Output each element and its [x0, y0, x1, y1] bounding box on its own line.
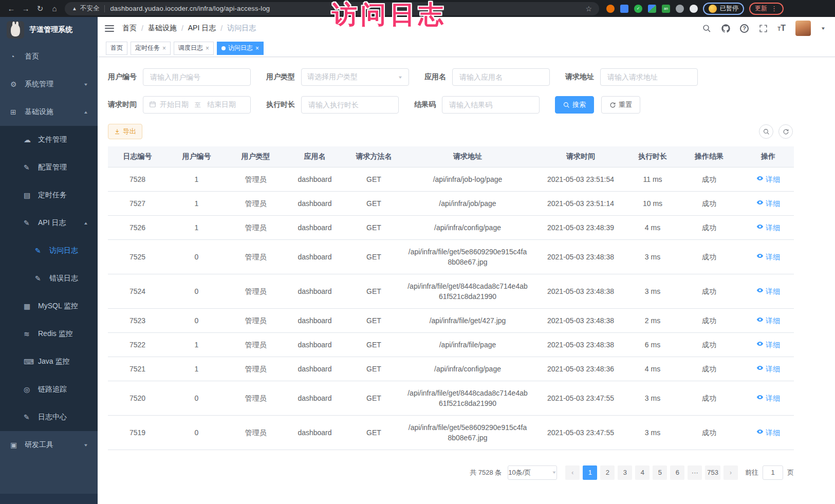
chrome-menu-icon[interactable]: ⋮	[771, 5, 778, 12]
tab-item[interactable]: 首页	[106, 42, 127, 55]
extension-icon-puzzle[interactable]	[690, 5, 698, 13]
app-name-input[interactable]	[458, 72, 544, 82]
redis-monitor-icon: ≋	[24, 330, 35, 338]
extension-icon-green-check[interactable]: ✓	[634, 5, 642, 13]
collapse-sidebar-icon[interactable]	[105, 25, 114, 32]
cell-request-url: /api/infra/job/page	[403, 191, 532, 215]
reset-button[interactable]: 重置	[601, 96, 640, 114]
filter-duration: 执行时长	[266, 96, 399, 114]
refresh-circle-button[interactable]	[778, 124, 793, 139]
tab-item[interactable]: 定时任务×	[131, 42, 171, 55]
detail-link[interactable]: 详细	[756, 340, 780, 350]
chrome-update-pill[interactable]: 更新 ⋮	[749, 3, 784, 15]
user-avatar[interactable]	[795, 21, 811, 36]
prev-page-button[interactable]: ‹	[565, 465, 580, 480]
page-number-button[interactable]: 2	[600, 465, 615, 480]
page-number-button[interactable]: 753	[705, 465, 720, 480]
security-warning-icon[interactable]: ▲	[72, 6, 77, 11]
duration-input[interactable]	[307, 100, 393, 109]
breadcrumb-item[interactable]: API 日志	[188, 24, 216, 33]
detail-link[interactable]: 详细	[756, 364, 780, 374]
tab-item[interactable]: 调度日志×	[174, 42, 214, 55]
fullscreen-icon[interactable]	[758, 24, 768, 33]
sidebar-item[interactable]: ⚙系统管理▼	[0, 70, 98, 98]
sidebar-item[interactable]: ✎日志中心	[0, 403, 98, 431]
sidebar-item[interactable]: ✎访问日志	[0, 237, 98, 265]
sidebar-item[interactable]: ▦MySQL 监控	[0, 292, 98, 320]
java-monitor-icon: ⌨	[24, 358, 35, 366]
detail-link[interactable]: 详细	[756, 198, 780, 209]
page-number-button[interactable]: 5	[653, 465, 667, 480]
docs-help-icon[interactable]: ?	[740, 24, 749, 33]
sidebar-item[interactable]: ▤定时任务	[0, 181, 98, 209]
search-icon[interactable]	[702, 24, 711, 33]
user-type-select[interactable]: 请选择用户类型 ▼	[301, 68, 409, 86]
tab-active[interactable]: 访问日志×	[217, 42, 264, 55]
url-text[interactable]: dashboard.yudao.iocoder.cn/infra/log/api…	[110, 5, 270, 12]
breadcrumb-separator: /	[181, 24, 183, 32]
sidebar-item[interactable]: ✎配置管理	[0, 154, 98, 181]
sidebar-item[interactable]: ⌨Java 监控	[0, 348, 98, 376]
search-button[interactable]: 搜索	[555, 96, 594, 114]
sidebar-item[interactable]: ✎API 日志▲	[0, 209, 98, 237]
extension-icon-shield[interactable]	[620, 5, 628, 13]
sidebar-item[interactable]: ▣研发工具▼	[0, 431, 98, 459]
detail-link[interactable]: 详细	[756, 174, 780, 184]
breadcrumb-item[interactable]: 基础设施	[148, 24, 177, 33]
sidebar-item[interactable]: ✎错误日志	[0, 265, 98, 292]
tab-close-icon[interactable]: ×	[162, 45, 166, 52]
tab-label: 访问日志	[228, 44, 253, 52]
detail-link[interactable]: 详细	[756, 222, 780, 233]
mysql-monitor-icon: ▦	[24, 302, 35, 310]
cell-request-time: 2021-05-03 23:47:55	[532, 415, 629, 450]
sidebar-item[interactable]: ◎链路追踪	[0, 376, 98, 403]
detail-link[interactable]: 详细	[756, 252, 780, 262]
sidebar-item[interactable]: ◔首页	[0, 43, 98, 70]
sidebar-item[interactable]: ⊞基础设施▲	[0, 98, 98, 126]
extension-icon-grid[interactable]	[648, 5, 656, 13]
result-code-input[interactable]	[448, 100, 533, 109]
cell-method: GET	[344, 191, 403, 215]
font-size-icon[interactable]: TT	[777, 24, 786, 33]
forward-icon[interactable]: →	[18, 4, 33, 13]
page-size-select[interactable]: 10条/页 ▼	[508, 465, 557, 480]
security-warning-label[interactable]: 不安全	[80, 4, 100, 13]
avatar-caret-down-icon[interactable]: ▼	[821, 26, 826, 31]
table-row: 75281管理员dashboardGET/api/infra/job-log/p…	[108, 167, 794, 191]
sidebar: 芋道管理系统 ◔首页⚙系统管理▼⊞基础设施▲☁文件管理✎配置管理▤定时任务✎AP…	[0, 17, 98, 504]
bookmark-star-icon[interactable]: ☆	[585, 5, 592, 13]
detail-link[interactable]: 详细	[756, 393, 780, 403]
detail-link[interactable]: 详细	[756, 286, 780, 296]
detail-link[interactable]: 详细	[756, 315, 780, 326]
extension-icon-person[interactable]	[676, 5, 684, 13]
sidebar-item[interactable]: ≋Redis 监控	[0, 320, 98, 348]
api-log-icon: ✎	[24, 219, 35, 227]
page-number-button[interactable]: 6	[670, 465, 684, 480]
breadcrumb-item[interactable]: 首页	[122, 24, 137, 33]
profile-paused-pill[interactable]: 已暂停	[703, 3, 744, 15]
next-page-button[interactable]: ›	[723, 465, 738, 480]
export-button[interactable]: 导出	[108, 124, 142, 139]
user-id-input[interactable]	[149, 72, 245, 82]
sidebar-item[interactable]: ☁文件管理	[0, 126, 98, 154]
extension-icon-translate[interactable]: an	[662, 5, 670, 13]
page-number-button[interactable]: 1	[583, 465, 597, 480]
request-url-input[interactable]	[606, 72, 692, 82]
home-browser-icon[interactable]: ⌂	[47, 4, 62, 13]
goto-page-input[interactable]	[763, 465, 783, 480]
app-logo-row[interactable]: 芋道管理系统	[0, 17, 98, 43]
github-icon[interactable]	[721, 24, 730, 33]
reload-icon[interactable]: ↻	[33, 4, 47, 13]
toggle-search-circle-button[interactable]	[759, 124, 773, 139]
page-number-button[interactable]: 4	[635, 465, 650, 480]
detail-link[interactable]: 详细	[756, 427, 780, 438]
back-icon[interactable]: ←	[4, 4, 18, 13]
date-range-picker[interactable]: 开始日期 至 结束日期	[143, 96, 251, 114]
app-name-input-wrap	[452, 68, 550, 86]
tab-close-icon[interactable]: ×	[206, 45, 209, 52]
address-bar[interactable]: ▲ 不安全 dashboard.yudao.iocoder.cn/infra/l…	[65, 2, 599, 15]
tab-close-icon[interactable]: ×	[255, 45, 259, 52]
extension-icon-orange[interactable]	[606, 5, 615, 13]
page-number-button[interactable]: 3	[618, 465, 632, 480]
calendar-icon	[149, 101, 160, 109]
